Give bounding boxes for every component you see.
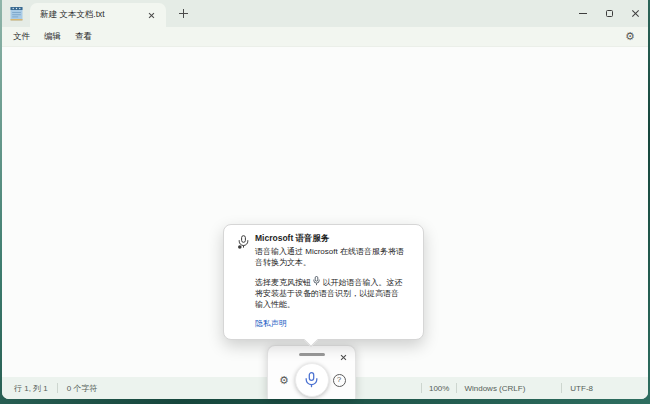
tab-title: 新建 文本文档.txt xyxy=(40,9,139,21)
close-icon xyxy=(340,354,347,361)
gear-icon: ⚙ xyxy=(279,375,289,386)
help-icon: ? xyxy=(333,374,346,387)
microphone-button[interactable] xyxy=(295,363,329,397)
privacy-statement-link[interactable]: 隐私声明 xyxy=(255,318,287,329)
maximize-button[interactable] xyxy=(596,0,622,27)
zoom-level: 100% xyxy=(422,384,456,393)
minimize-button[interactable] xyxy=(570,0,596,27)
char-count: 0 个字符 xyxy=(67,383,98,394)
microphone-icon xyxy=(305,372,318,388)
app-icon-wrap xyxy=(2,0,30,27)
notepad-app-icon xyxy=(10,6,23,21)
separator xyxy=(57,383,58,393)
voice-settings-button[interactable]: ⚙ xyxy=(276,372,292,388)
new-tab-button[interactable] xyxy=(174,5,192,23)
voice-help-button[interactable]: ? xyxy=(331,372,347,388)
maximize-icon xyxy=(606,10,613,17)
menu-bar: 文件 编辑 查看 ⚙ xyxy=(2,27,648,47)
menu-file[interactable]: 文件 xyxy=(6,28,37,46)
drag-handle[interactable] xyxy=(299,353,325,356)
flyout-paragraph-2: 选择麦克风按钮 以开始语音输入。这还将安装基于设备的语音识别，以提高语音输入性能… xyxy=(255,276,404,310)
line-ending: Windows (CRLF) xyxy=(457,384,561,393)
tab-close-button[interactable] xyxy=(143,7,159,23)
title-bar: 新建 文本文档.txt xyxy=(2,0,648,27)
speech-service-icon xyxy=(238,235,249,249)
tab-new-text-document[interactable]: 新建 文本文档.txt xyxy=(30,3,166,27)
flyout-paragraph-1: 语音输入通过 Microsoft 在线语音服务将语音转换为文本。 xyxy=(255,246,404,268)
status-bar-right: 100% Windows (CRLF) UTF-8 xyxy=(421,377,648,399)
plus-icon xyxy=(179,9,188,18)
voice-typing-toolbar: ⚙ ? xyxy=(267,345,356,399)
encoding: UTF-8 xyxy=(562,384,648,393)
speech-services-flyout: Microsoft 语音服务 语音输入通过 Microsoft 在线语音服务将语… xyxy=(223,224,424,340)
flyout-title: Microsoft 语音服务 xyxy=(255,233,404,244)
close-icon xyxy=(148,12,155,19)
close-icon xyxy=(631,9,640,18)
voice-toolbar-close-button[interactable] xyxy=(336,350,350,364)
minimize-icon xyxy=(579,13,587,14)
settings-button[interactable]: ⚙ xyxy=(620,28,640,45)
cursor-position: 行 1, 列 1 xyxy=(14,383,48,394)
gear-icon: ⚙ xyxy=(625,31,635,42)
window-controls xyxy=(570,0,648,27)
menu-view[interactable]: 查看 xyxy=(68,28,99,46)
close-window-button[interactable] xyxy=(622,0,648,27)
menu-edit[interactable]: 编辑 xyxy=(37,28,68,46)
